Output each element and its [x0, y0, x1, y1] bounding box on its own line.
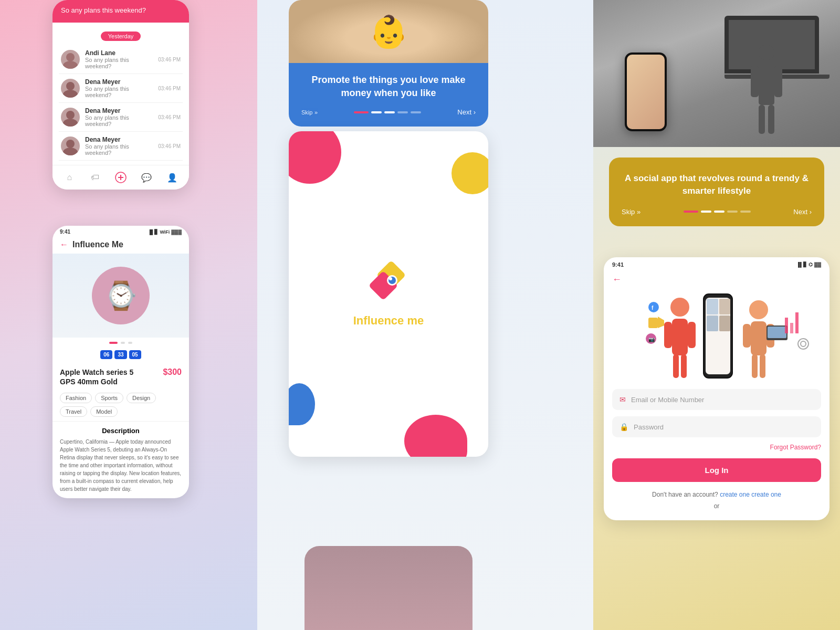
svg-marker-29 [658, 317, 664, 328]
phone-chat: So any plans this weekend? Yesterday And… [52, 0, 189, 190]
login-header: ← [604, 272, 830, 291]
create-account-link[interactable]: create one [720, 491, 750, 498]
chat-message-row[interactable]: Dena Meyer So any plans this weekend? 03… [59, 74, 183, 103]
login-status-bar: 9:41 ▐▌▊ ⌬ ▓▓ [604, 257, 830, 272]
description-text: Cupertino, California — Apple today anno… [60, 438, 182, 493]
email-input-row[interactable]: ✉ Email or Mobile Number [612, 389, 821, 410]
login-back-icon[interactable]: ← [612, 274, 622, 285]
skip-button[interactable]: Skip » [301, 108, 318, 116]
profile-icon[interactable]: 👤 [166, 172, 178, 183]
photo-background [593, 0, 840, 147]
next-label: Next [457, 108, 471, 116]
logo-name-accent: me [404, 314, 424, 327]
middle-column: 👶 Promote the things you love make money… [257, 0, 593, 630]
shape-top-right [452, 152, 488, 194]
shape-bottom-right [404, 415, 467, 457]
svg-rect-25 [664, 322, 672, 348]
tag-fashion[interactable]: Fashion [60, 393, 92, 403]
signal-icon: ▐▌▊ [148, 229, 159, 235]
svg-rect-51 [719, 316, 730, 331]
y-dot-1 [684, 211, 698, 213]
tag-model[interactable]: Model [90, 406, 118, 417]
phone-in-photo [625, 52, 667, 131]
svg-rect-40 [760, 354, 765, 378]
sender-name: Andi Lane [85, 49, 153, 57]
svg-point-0 [66, 53, 75, 61]
date-divider: Yesterday [59, 31, 183, 41]
sender-name: Dena Meyer [85, 136, 153, 143]
yellow-next-button[interactable]: Next › [793, 208, 812, 216]
timer-hours: 06 [100, 350, 112, 359]
phone-product: 9:41 ▐▌▊ WiFi ▓▓▓ ← Influence Me ⌚ 06 33… [52, 226, 189, 498]
dot-3 [384, 111, 395, 113]
login-footer: Don't have an account? create one create… [612, 489, 821, 512]
svg-rect-19 [751, 66, 759, 97]
skip-label: Skip [301, 109, 312, 116]
tag-sports[interactable]: Sports [95, 393, 123, 403]
message-preview: So any plans this weekend? [85, 86, 153, 98]
svg-point-7 [63, 148, 78, 155]
svg-rect-50 [707, 316, 718, 331]
status-icons: ▐▌▊ WiFi ▓▓▓ [148, 229, 182, 235]
tag-design[interactable]: Design [127, 393, 156, 403]
chat-header-text: So any plans this weekend? [61, 6, 181, 14]
chat-message-row[interactable]: Andi Lane So any plans this weekend? 03:… [59, 45, 183, 74]
svg-point-31 [648, 302, 659, 312]
login-status-icons: ▐▌▊ ⌬ ▓▓ [796, 261, 821, 268]
signal-icon: ▐▌▊ [796, 262, 807, 267]
chat-icon[interactable]: 💬 [141, 172, 152, 183]
svg-rect-20 [774, 66, 782, 97]
message-time: 03:46 PM [158, 143, 181, 149]
create-link-text[interactable]: create one [751, 491, 781, 498]
forgot-password-link[interactable]: Forgot Password? [612, 444, 821, 451]
y-dot-2 [701, 211, 711, 213]
avatar [61, 108, 80, 127]
dot [128, 342, 132, 344]
shape-bottom-left [289, 383, 315, 425]
logo-card: Influence me [289, 131, 488, 457]
home-icon[interactable]: ⌂ [64, 172, 75, 183]
lock-icon: 🔒 [620, 423, 628, 431]
product-description: Description Cupertino, California — Appl… [52, 421, 189, 498]
watch-circle: ⌚ [92, 267, 150, 324]
login-button[interactable]: Log In [612, 458, 821, 482]
svg-rect-39 [752, 354, 758, 378]
chat-message-row[interactable]: Dena Meyer So any plans this weekend? 03… [59, 132, 183, 161]
svg-point-17 [759, 45, 774, 60]
yellow-next-label: Next [793, 208, 807, 216]
svg-point-1 [63, 61, 78, 69]
message-content: Andi Lane So any plans this weekend? [85, 49, 153, 69]
onboard-card-1: 👶 Promote the things you love make money… [289, 0, 488, 127]
y-dot-3 [714, 211, 724, 213]
footer-text: Don't have an account? [652, 491, 718, 498]
skip-chevron-icon: » [314, 109, 318, 116]
svg-rect-45 [795, 312, 799, 333]
message-time: 03:46 PM [158, 57, 181, 62]
baby-illustration: 👶 [289, 0, 488, 63]
onboard-yellow-card: A social app that revolves round a trend… [609, 158, 824, 226]
svg-point-4 [66, 111, 75, 119]
message-preview: So any plans this weekend? [85, 57, 153, 69]
logo-center: Influence me [353, 260, 424, 328]
add-icon[interactable] [115, 172, 127, 183]
y-dot-5 [740, 211, 751, 213]
next-button[interactable]: Next › [457, 108, 476, 116]
tag-travel[interactable]: Travel [60, 406, 87, 417]
yellow-skip-button[interactable]: Skip » [622, 208, 640, 216]
sender-name: Dena Meyer [85, 107, 153, 114]
product-info: Apple Watch series 5GPS 40mm Gold $300 [52, 363, 189, 391]
carousel-dots [52, 338, 189, 348]
svg-point-5 [63, 119, 78, 127]
password-input-row[interactable]: 🔒 Password [612, 416, 821, 437]
chat-message-row[interactable]: Dena Meyer So any plans this weekend? 03… [59, 103, 183, 132]
yellow-next-chevron-icon: › [810, 208, 812, 216]
onboard-yellow-text: A social app that revolves round a trend… [622, 172, 812, 197]
svg-point-2 [66, 82, 75, 90]
yellow-skip-label: Skip [622, 208, 635, 216]
svg-rect-28 [681, 354, 687, 378]
svg-rect-49 [719, 299, 730, 314]
phone-login: 9:41 ▐▌▊ ⌬ ▓▓ ← [604, 257, 830, 520]
back-arrow-icon[interactable]: ← [60, 240, 68, 249]
tag-icon[interactable]: 🏷 [89, 172, 101, 183]
battery-icon: ▓▓ [814, 262, 821, 267]
